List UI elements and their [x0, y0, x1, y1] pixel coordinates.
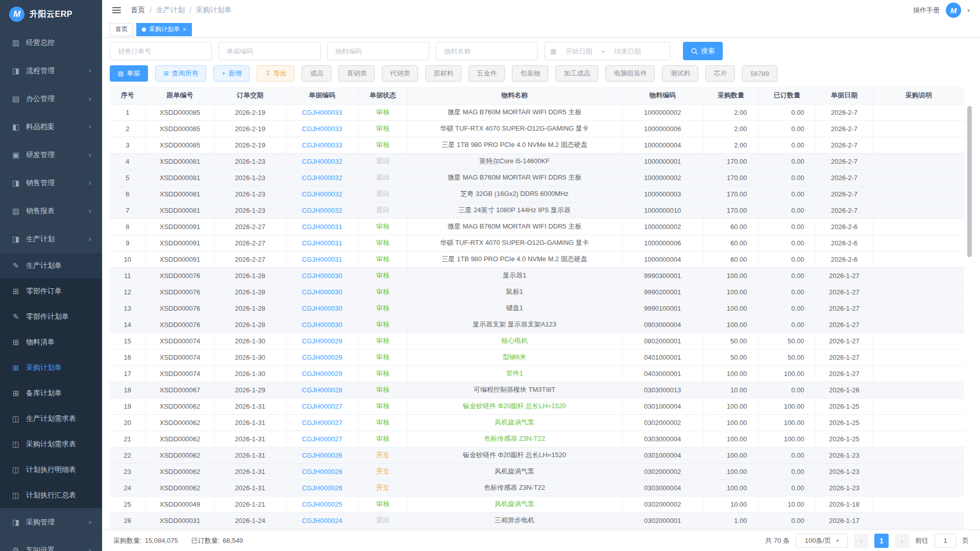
doc-code-link[interactable]: CGJH000029 [286, 365, 358, 382]
sidebar-menu-item[interactable]: ▣ 研发管理 [0, 141, 102, 169]
table-row[interactable]: 25 XSDD000049 2026-1-21 CGJH000025 审核 风机… [110, 496, 964, 512]
toolbar-button[interactable]: ⊞ 查询所有 [155, 65, 206, 82]
doc-code-link[interactable]: CGJH000027 [286, 398, 358, 414]
close-icon[interactable] [183, 27, 186, 33]
sidebar-submenu-item[interactable]: ⊞ 采购计划单 [0, 355, 102, 381]
table-row[interactable]: 10 XSDD000091 2026-2-27 CGJH000031 审核 三星… [110, 251, 964, 267]
doc-code-link[interactable]: CGJH000029 [286, 349, 358, 365]
category-button[interactable]: 包装物 [512, 65, 548, 82]
page-size-select[interactable]: 100条/页 [796, 534, 848, 548]
tab-purchase-plan[interactable]: 采购计划单 [136, 23, 192, 36]
date-range-picker[interactable]: ▦ – [545, 42, 670, 60]
doc-code-link[interactable]: CGJH000032 [286, 153, 358, 169]
sidebar-menu-item[interactable]: ◨ 销售管理 [0, 169, 102, 197]
prev-page-button[interactable] [854, 534, 868, 548]
sidebar-menu-item[interactable]: ◨ 流程管理 [0, 57, 102, 85]
category-button[interactable]: 成品 [302, 65, 331, 82]
table-row[interactable]: 18 XSDD000067 2026-1-29 CGJH000028 审核 可编… [110, 382, 964, 398]
table-row[interactable]: 4 XSDD000081 2026-1-23 CGJH000032 退回 英特尔… [110, 153, 964, 169]
table-row[interactable]: 15 XSDD000074 2026-1-30 CGJH000029 审核 核心… [110, 333, 964, 349]
toolbar-button[interactable]: ↧ 导出 [257, 65, 295, 82]
table-scrollbar[interactable] [967, 106, 972, 257]
category-button[interactable]: 电脑组装件 [605, 65, 655, 82]
sidebar-submenu-item[interactable]: ✎ 零部件计划单 [0, 304, 102, 330]
material-name-input[interactable] [436, 42, 538, 60]
sidebar-menu-item[interactable]: ◨ 采购管理 [0, 508, 102, 536]
table-row[interactable]: 5 XSDD000081 2026-1-23 CGJH000032 退回 微星 … [110, 169, 964, 186]
doc-code-link[interactable]: CGJH000030 [286, 284, 358, 300]
doc-code-link[interactable]: CGJH000030 [286, 316, 358, 333]
sidebar-submenu-item[interactable]: ✎ 生产计划单 [0, 253, 102, 279]
table-row[interactable]: 9 XSDD000091 2026-2-27 CGJH000031 审核 华硕 … [110, 235, 964, 251]
doc-code-link[interactable]: CGJH000032 [286, 169, 358, 186]
category-button[interactable]: 56789 [742, 65, 777, 82]
category-button[interactable]: 五金件 [469, 65, 505, 82]
table-row[interactable]: 20 XSDD000062 2026-1-31 CGJH000027 审核 风机… [110, 414, 964, 431]
doc-code-link[interactable]: CGJH000030 [286, 300, 358, 316]
sales-order-input[interactable] [110, 42, 212, 60]
toolbar-button[interactable]: + 新增 [213, 65, 250, 82]
doc-code-input[interactable] [218, 42, 321, 60]
sidebar-submenu-item[interactable]: ⊞ 物料清单 [0, 330, 102, 355]
table-row[interactable]: 19 XSDD000062 2026-1-31 CGJH000027 审核 钣金… [110, 398, 964, 414]
page-1-button[interactable]: 1 [874, 534, 889, 548]
goto-page-input[interactable] [935, 534, 956, 548]
doc-code-link[interactable]: CGJH000028 [286, 382, 358, 398]
avatar[interactable]: M [946, 3, 961, 18]
sidebar-menu-item[interactable]: ◨ 生产计划 [0, 225, 102, 253]
doc-code-link[interactable]: CGJH000025 [286, 496, 358, 512]
doc-code-link[interactable]: CGJH000026 [286, 463, 358, 480]
collapse-sidebar-icon[interactable] [112, 6, 121, 15]
table-row[interactable]: 16 XSDD000074 2026-1-30 CGJH000029 审核 型钢… [110, 349, 964, 365]
doc-code-link[interactable]: CGJH000033 [286, 137, 358, 153]
table-row[interactable]: 24 XSDD000062 2026-1-31 CGJH000026 开立 色标… [110, 480, 964, 496]
doc-code-link[interactable]: CGJH000024 [286, 512, 358, 529]
next-page-button[interactable] [895, 534, 909, 548]
sidebar-submenu-item[interactable]: ⊞ 零部件订单 [0, 279, 102, 304]
table-row[interactable]: 23 XSDD000062 2026-1-31 CGJH000026 开立 风机… [110, 463, 964, 480]
sidebar-submenu-item[interactable]: ◫ 采购计划需求表 [0, 432, 102, 457]
category-button[interactable]: 测试料 [662, 65, 698, 82]
search-button[interactable]: 搜索 [683, 42, 723, 60]
table-row[interactable]: 12 XSDD000076 2026-1-28 CGJH000030 审核 鼠标… [110, 284, 964, 300]
doc-code-link[interactable]: CGJH000033 [286, 120, 358, 137]
table-row[interactable]: 13 XSDD000076 2026-1-28 CGJH000030 审核 键盘… [110, 300, 964, 316]
table-row[interactable]: 22 XSDD000062 2026-1-31 CGJH000026 开立 钣金… [110, 447, 964, 463]
material-code-input[interactable] [327, 42, 429, 60]
table-row[interactable]: 1 XSDD000085 2026-2-19 CGJH000033 审核 微星 … [110, 104, 964, 120]
breadcrumb-home[interactable]: 首页 [131, 6, 145, 15]
category-button[interactable]: 芯片 [705, 65, 735, 82]
tab-home[interactable]: 首页 [110, 23, 133, 36]
doc-code-link[interactable]: CGJH000031 [286, 235, 358, 251]
table-row[interactable]: 3 XSDD000085 2026-2-19 CGJH000033 审核 三星 … [110, 137, 964, 153]
doc-code-link[interactable]: CGJH000029 [286, 333, 358, 349]
doc-code-link[interactable]: CGJH000033 [286, 104, 358, 120]
table-row[interactable]: 7 XSDD000081 2026-1-23 CGJH000032 退回 三星 … [110, 202, 964, 218]
category-button[interactable]: 代销类 [382, 65, 418, 82]
toolbar-button[interactable]: ▤ 单据 [110, 65, 148, 82]
sidebar-submenu-item[interactable]: ◫ 计划执行汇总表 [0, 483, 102, 508]
doc-code-link[interactable]: CGJH000027 [286, 414, 358, 431]
sidebar-menu-item[interactable]: ▥ 经营总控 [0, 29, 102, 57]
doc-code-link[interactable]: CGJH000031 [286, 251, 358, 267]
sidebar-menu-item[interactable]: ◧ 料品档案 [0, 113, 102, 141]
table-row[interactable]: 2 XSDD000085 2026-2-19 CGJH000033 审核 华硕 … [110, 120, 964, 137]
sidebar-submenu-item[interactable]: ◫ 生产计划需求表 [0, 406, 102, 432]
sidebar-menu-item[interactable]: ▤ 办公管理 [0, 85, 102, 113]
category-button[interactable]: 加工成品 [555, 65, 598, 82]
table-row[interactable]: 11 XSDD000076 2026-1-28 CGJH000030 审核 显示… [110, 267, 964, 284]
table-row[interactable]: 6 XSDD000081 2026-1-23 CGJH000032 退回 芝奇 … [110, 186, 964, 202]
category-button[interactable]: 原材料 [425, 65, 461, 82]
table-row[interactable]: 8 XSDD000091 2026-2-27 CGJH000031 审核 微星 … [110, 218, 964, 235]
doc-code-link[interactable]: CGJH000027 [286, 431, 358, 447]
doc-code-link[interactable]: CGJH000026 [286, 480, 358, 496]
end-date-input[interactable] [607, 47, 648, 55]
sidebar-submenu-item[interactable]: ⊞ 备库计划单 [0, 381, 102, 406]
start-date-input[interactable] [558, 47, 599, 55]
doc-code-link[interactable]: CGJH000031 [286, 218, 358, 235]
doc-code-link[interactable]: CGJH000026 [286, 447, 358, 463]
caret-down-icon[interactable] [967, 8, 970, 13]
doc-code-link[interactable]: CGJH000032 [286, 186, 358, 202]
doc-code-link[interactable]: CGJH000032 [286, 202, 358, 218]
table-row[interactable]: 17 XSDD000074 2026-1-30 CGJH000029 审核 管件… [110, 365, 964, 382]
